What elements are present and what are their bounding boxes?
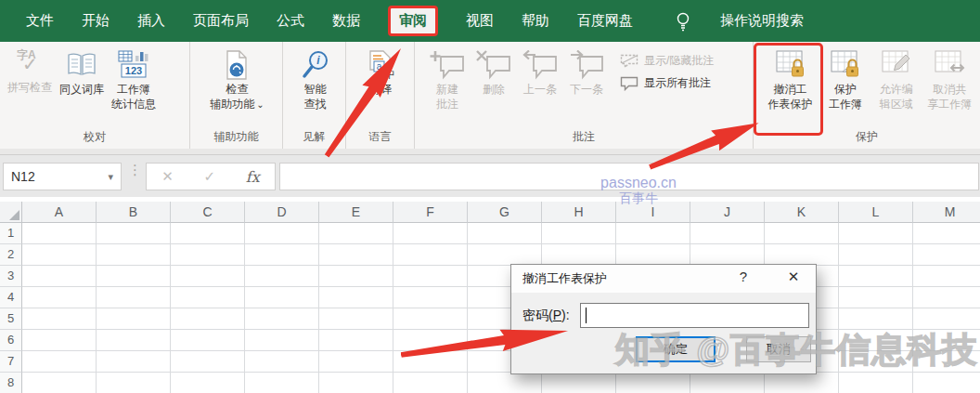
enter-formula-icon[interactable]: ✓ [204, 168, 216, 185]
cancel-formula-icon[interactable]: ✕ [161, 168, 174, 185]
allow-edit-ranges-button: 允许编 辑区域 [871, 47, 922, 112]
delete-comment-icon [476, 48, 511, 82]
ribbon-group-comments: 新建 批注 删除 上一条 [415, 42, 754, 149]
formula-bar-row: N12 ▾ ⋮ ✕ ✓ fx [0, 155, 980, 197]
check-accessibility-button[interactable]: 检查 辅助功能⌄ [208, 47, 265, 112]
previous-comment-button: 上一条 [521, 47, 560, 98]
tab-page-layout[interactable]: 页面布局 [193, 12, 249, 30]
text-cursor [586, 308, 587, 323]
next-comment-button: 下一条 [567, 47, 606, 98]
dialog-title: 撤消工作表保护 [511, 270, 607, 287]
excel-window: 文件 开始 插入 页面布局 公式 数据 审阅 视图 帮助 百度网盘 操作说明搜索… [0, 0, 980, 393]
column-header[interactable]: C [171, 202, 245, 223]
formula-buttons: ✕ ✓ fx [146, 163, 276, 190]
show-hide-comment-icon [619, 53, 639, 69]
allow-edit-ranges-icon [880, 48, 913, 82]
dialog-titlebar[interactable]: 撤消工作表保护 ? ✕ [511, 265, 816, 293]
thesaurus-book-icon [65, 48, 98, 82]
show-all-comments-button[interactable]: 显示所有批注 [619, 75, 714, 91]
tell-me-search[interactable]: 操作说明搜索 [720, 12, 804, 30]
svg-text:123: 123 [125, 65, 142, 76]
ribbon: 字A✓ 拼写检查 同义词库 123 工作簿 统计信息 [0, 42, 980, 149]
ribbon-group-insights: i 智能 查找 见解 [283, 42, 346, 149]
check-accessibility-icon [223, 48, 251, 82]
next-comment-icon [569, 48, 604, 82]
insert-function-icon[interactable]: fx [246, 168, 260, 186]
new-comment-button: 新建 批注 [428, 47, 467, 112]
annotation-box-unprotect [754, 43, 823, 136]
column-header[interactable]: L [839, 202, 913, 223]
ribbon-tab-bar: 文件 开始 插入 页面布局 公式 数据 审阅 视图 帮助 百度网盘 操作说明搜索 [0, 0, 980, 42]
row-header[interactable]: 3 [0, 266, 22, 287]
ribbon-group-proofing: 字A✓ 拼写检查 同义词库 123 工作簿 统计信息 [0, 42, 190, 149]
column-header[interactable]: E [319, 202, 393, 223]
show-hide-comments-button: 显示/隐藏批注 [619, 53, 714, 69]
lightbulb-icon [674, 11, 692, 32]
spell-check-icon: 字A✓ [15, 48, 45, 80]
watermark-zhihu: 知乎 @百事牛信息科技 [615, 327, 977, 373]
workbook-statistics-icon: 123 [117, 48, 150, 82]
name-box[interactable]: N12 ▾ [3, 163, 122, 190]
ribbon-bottom-edge [0, 149, 980, 155]
delete-comment-button: 删除 [474, 47, 513, 98]
previous-comment-icon [522, 48, 558, 82]
row-header[interactable]: 2 [0, 244, 22, 266]
show-all-comments-icon [619, 75, 639, 91]
column-header[interactable]: D [245, 202, 319, 223]
column-header[interactable]: F [393, 202, 468, 223]
thesaurus-button[interactable]: 同义词库 [58, 47, 106, 98]
tab-formulas[interactable]: 公式 [277, 12, 304, 30]
select-all-corner[interactable] [0, 202, 22, 223]
row-header[interactable]: 4 [0, 287, 22, 308]
dropdown-caret-icon: ⌄ [256, 99, 264, 110]
row-header[interactable]: 5 [0, 308, 22, 330]
group-label-language: 语言 [346, 129, 414, 149]
dialog-close-button[interactable]: ✕ [779, 269, 808, 285]
watermark-passneo: passneo.cn 百事牛 [564, 175, 713, 206]
formula-bar-handle-icon[interactable]: ⋮ [128, 166, 142, 173]
column-header[interactable]: B [97, 202, 171, 223]
unshare-workbook-button: 取消共 享工作簿 [923, 47, 976, 112]
row-header[interactable]: 1 [0, 223, 22, 244]
tab-view[interactable]: 视图 [466, 12, 494, 30]
row-header[interactable]: 8 [0, 373, 22, 393]
tab-data[interactable]: 数据 [332, 12, 360, 30]
column-header[interactable]: A [22, 202, 97, 223]
column-header[interactable]: K [765, 202, 839, 223]
name-box-dropdown-icon[interactable]: ▾ [108, 171, 113, 183]
select-all-triangle-icon [9, 210, 19, 220]
unshare-workbook-icon [933, 48, 966, 82]
tab-review[interactable]: 审阅 [388, 6, 438, 36]
protect-workbook-icon [829, 48, 862, 82]
password-label: 密码(P): [522, 308, 570, 324]
smart-lookup-button[interactable]: i 智能 查找 [298, 47, 333, 112]
group-label-proofing: 校对 [0, 129, 189, 149]
row-header[interactable]: 7 [0, 351, 22, 373]
tab-file[interactable]: 文件 [26, 12, 54, 30]
ribbon-group-accessibility: 检查 辅助功能⌄ 辅助功能 [190, 42, 283, 149]
row-header[interactable]: 6 [0, 330, 22, 351]
spell-check-button: 字A✓ 拼写检查 [6, 47, 54, 96]
group-label-accessibility: 辅助功能 [190, 129, 282, 149]
protect-workbook-button[interactable]: 保护 工作簿 [821, 47, 870, 112]
tab-insert[interactable]: 插入 [137, 12, 165, 30]
dialog-help-button[interactable]: ? [730, 269, 756, 284]
smart-lookup-icon: i [300, 48, 331, 82]
column-header[interactable]: G [468, 202, 542, 223]
tab-help[interactable]: 帮助 [522, 12, 549, 30]
tab-baidu-netdisk[interactable]: 百度网盘 [577, 12, 633, 30]
password-input[interactable] [580, 303, 809, 328]
tab-home[interactable]: 开始 [82, 12, 110, 30]
new-comment-icon [430, 48, 465, 82]
workbook-statistics-button[interactable]: 123 工作簿 统计信息 [110, 47, 158, 112]
column-headers: ABCDEFGHIJKLM [22, 202, 980, 223]
column-header[interactable]: M [913, 202, 980, 223]
row-headers: 12345678 [0, 223, 22, 393]
